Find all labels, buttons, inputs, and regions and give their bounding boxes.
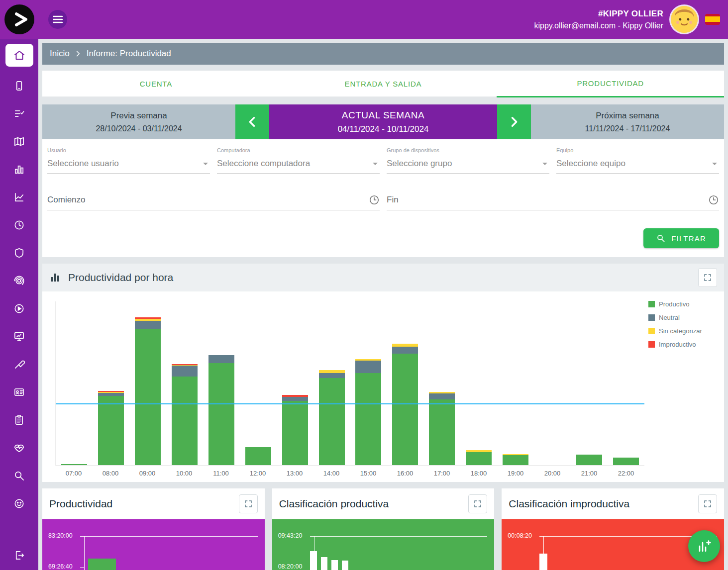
expand-productivity-button[interactable] [239, 494, 258, 513]
segment-productivo [576, 455, 602, 465]
sidebar-item-time[interactable] [9, 215, 29, 235]
tab-productividad[interactable]: PRODUCTIVIDAD [497, 71, 724, 97]
avatar-face-icon [671, 6, 698, 33]
x-tick-label: 15:00 [350, 470, 387, 477]
device-group-filter-label: Grupo de dispositivos [387, 147, 549, 153]
id-card-icon [13, 386, 25, 398]
legend-label: Productivo [659, 300, 689, 308]
stacked-bar-15:00 [355, 359, 381, 465]
stacked-bar-14:00 [319, 370, 345, 465]
productivity-chart: 83:20:0069:26:40 [42, 519, 265, 570]
week-navigation: Previa semana 28/10/2024 - 03/11/2024 AC… [42, 104, 724, 139]
filter-button[interactable]: FILTRAR [643, 228, 719, 248]
mobile-device-icon [13, 80, 25, 92]
computer-select-value: Seleccione computadora [217, 159, 310, 169]
x-tick-label: 14:00 [313, 470, 350, 477]
legend-sin-categorizar[interactable]: Sin categorizar [648, 327, 717, 335]
computer-select[interactable]: Seleccione computadora [217, 159, 380, 174]
expand-hourly-chart-button[interactable] [698, 268, 717, 287]
current-week-range: 04/11/2024 - 10/11/2024 [338, 124, 429, 134]
productive-classification-header: Clasificación productiva [272, 488, 495, 519]
legend-neutral[interactable]: Neutral [648, 314, 717, 321]
stacked-bar-21:00 [576, 455, 602, 465]
user-select[interactable]: Seleccione usuario [47, 159, 210, 174]
device-group-select[interactable]: Seleccione grupo [387, 159, 549, 174]
logo-swoosh-icon [4, 4, 34, 34]
monitor-chart-icon [13, 331, 25, 342]
x-tick-label: 07:00 [55, 470, 92, 477]
start-time-input[interactable]: Comienzo [47, 194, 380, 210]
segment-productivo [466, 452, 492, 465]
user-select-value: Seleccione usuario [47, 159, 119, 169]
sidebar-item-id-card[interactable] [9, 382, 29, 402]
home-icon [13, 49, 25, 61]
sidebar-item-devices[interactable] [9, 76, 29, 95]
mini-chart-bar [331, 560, 338, 570]
clock-icon [369, 194, 380, 205]
y-tick [80, 536, 84, 537]
x-axis-labels: 07:0008:0009:0010:0011:0012:0013:0014:00… [55, 470, 644, 477]
end-time-input[interactable]: Fin [387, 194, 719, 210]
sidebar-item-play[interactable] [9, 298, 29, 318]
breadcrumb-chevron-icon [75, 50, 82, 57]
tab-cuenta[interactable]: CUENTA [42, 71, 270, 97]
previous-week-label: Previa semana [110, 111, 167, 121]
expand-productive-classification-button[interactable] [468, 494, 487, 513]
average-line [56, 403, 644, 404]
legend-swatch [648, 301, 655, 307]
sidebar-item-fingerprint[interactable] [9, 271, 29, 290]
team-select[interactable]: Seleccione equipo [556, 159, 719, 174]
sidebar-item-home[interactable] [5, 44, 33, 67]
bar-slot-18:00 [460, 301, 497, 465]
productive-classification-title: Clasificación productiva [279, 498, 389, 510]
sidebar-item-clipboard[interactable] [9, 410, 29, 430]
segment-neutral [98, 393, 124, 396]
expand-unproductive-classification-button[interactable] [698, 494, 717, 513]
sidebar-item-audit[interactable] [9, 466, 29, 485]
x-tick-label: 10:00 [166, 470, 203, 477]
sidebar-item-logout[interactable] [9, 545, 29, 565]
next-week-block[interactable]: Próxima semana 11/11/2024 - 17/11/2024 [531, 104, 724, 139]
menu-button[interactable] [48, 10, 67, 29]
segment-productivo [319, 378, 345, 465]
breadcrumb: Inicio Informe: Productividad [42, 43, 724, 65]
stacked-bar-11:00 [208, 355, 234, 465]
sidebar-item-reports[interactable] [9, 187, 29, 207]
tab-entrada-y-salida[interactable]: ENTRADA Y SALIDA [270, 71, 497, 97]
segment-neutral [392, 347, 418, 353]
computer-filter-field: Computadora Seleccione computadora [217, 147, 380, 174]
segment-productivo [208, 363, 234, 465]
next-week-button[interactable] [497, 104, 531, 139]
sidebar-item-ranking[interactable] [9, 159, 29, 179]
add-report-fab[interactable] [688, 530, 720, 562]
mini-chart-bar [539, 554, 547, 570]
unproductive-classification-title: Clasificación improductiva [509, 498, 629, 510]
topbar-account-area: #KIPPY OLLIER kippy.ollier@email.com - K… [534, 6, 728, 33]
prev-week-button[interactable] [235, 104, 269, 139]
legend-swatch [648, 341, 655, 348]
bar-slot-07:00 [56, 301, 93, 465]
segment-productivo [98, 396, 124, 465]
sidebar-item-security[interactable] [9, 243, 29, 263]
x-tick-label: 18:00 [460, 470, 497, 477]
sidebar-item-map[interactable] [9, 131, 29, 151]
legend-improductivo[interactable]: Improductivo [648, 341, 717, 348]
mini-chart-bar [310, 551, 317, 570]
segment-neutral [355, 361, 381, 373]
segment-productivo [61, 464, 87, 465]
end-time-placeholder: Fin [387, 195, 399, 205]
legend-productivo[interactable]: Productivo [648, 300, 717, 308]
sidebar-item-health[interactable] [9, 438, 29, 458]
app-logo[interactable] [4, 4, 34, 34]
shield-icon [13, 247, 25, 259]
breadcrumb-home[interactable]: Inicio [50, 49, 70, 59]
sidebar-item-monitor[interactable] [9, 326, 29, 346]
avatar[interactable] [671, 6, 698, 33]
sidebar-item-tools[interactable] [9, 354, 29, 374]
language-flag-spain-icon[interactable] [705, 14, 720, 25]
sidebar-item-face[interactable] [9, 493, 29, 513]
stacked-bar-08:00 [98, 391, 124, 465]
sidebar-item-tasks[interactable] [9, 103, 29, 123]
previous-week-block[interactable]: Previa semana 28/10/2024 - 03/11/2024 [42, 104, 235, 139]
y-tick [539, 536, 543, 537]
